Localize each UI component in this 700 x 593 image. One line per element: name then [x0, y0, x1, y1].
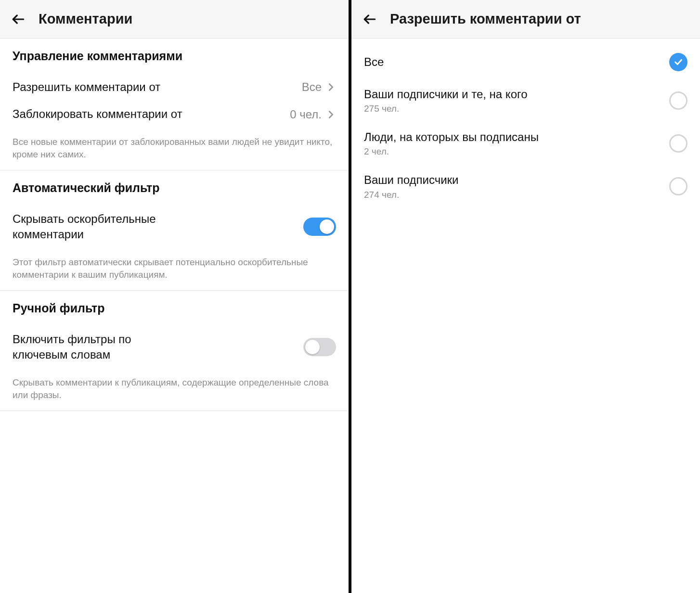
row-label: Заблокировать комментарии от	[13, 106, 182, 122]
row-label: Включить фильтры по ключевым словам	[13, 332, 186, 363]
toggle-knob	[305, 340, 320, 354]
row-keyword-filter: Включить фильтры по ключевым словам	[13, 326, 336, 369]
option-everyone[interactable]: Все	[364, 45, 687, 79]
option-label: Все	[364, 54, 384, 69]
toggle-keyword-filter[interactable]	[303, 338, 336, 356]
section-auto-filter: Автоматический фильтр Скрывать оскорбите…	[0, 170, 349, 291]
option-your-followers[interactable]: Ваши подписчики 274 чел.	[364, 165, 687, 207]
row-label: Скрывать оскорбительные комментарии	[13, 211, 186, 243]
section-comment-controls: Управление комментариями Разрешить комме…	[0, 39, 349, 170]
option-text: Ваши подписчики 274 чел.	[364, 172, 458, 200]
header-left: Комментарии	[0, 0, 349, 39]
option-text: Все	[364, 54, 384, 69]
header-right: Разрешить комментарии от	[351, 0, 700, 39]
back-icon[interactable]	[9, 10, 28, 29]
chevron-right-icon	[325, 109, 336, 120]
chevron-right-icon	[325, 82, 336, 92]
section-title-controls: Управление комментариями	[13, 49, 336, 63]
options-list: Все Ваши подписчики и те, на кого 275 че…	[351, 39, 700, 215]
page-title-left: Комментарии	[39, 11, 132, 27]
option-label: Люди, на которых вы подписаны	[364, 129, 539, 144]
row-block-comments-from[interactable]: Заблокировать комментарии от 0 чел.	[13, 101, 336, 128]
radio-unchecked-icon	[669, 134, 687, 153]
option-label: Ваши подписчики и те, на кого	[364, 87, 528, 102]
section-description: Скрывать комментарии к публикациям, соде…	[13, 376, 336, 402]
radio-checked-icon	[669, 53, 687, 71]
row-label: Разрешить комментарии от	[13, 79, 160, 95]
section-description: Этот фильтр автоматически скрывает потен…	[13, 256, 336, 282]
radio-unchecked-icon	[669, 91, 687, 110]
section-title-manual-filter: Ручной фильтр	[13, 301, 336, 315]
back-icon[interactable]	[360, 10, 379, 29]
option-followers-and-following[interactable]: Ваши подписчики и те, на кого 275 чел.	[364, 79, 687, 122]
row-value: Все	[302, 80, 322, 94]
row-value: 0 чел.	[290, 108, 322, 121]
option-label: Ваши подписчики	[364, 172, 458, 187]
two-pane-layout: Комментарии Управление комментариями Раз…	[0, 0, 700, 593]
comments-settings-pane: Комментарии Управление комментариями Раз…	[0, 0, 349, 593]
option-people-you-follow[interactable]: Люди, на которых вы подписаны 2 чел.	[364, 122, 687, 165]
row-hide-offensive: Скрывать оскорбительные комментарии	[13, 206, 336, 248]
allow-comments-from-pane: Разрешить комментарии от Все Ваши подпис…	[351, 0, 700, 593]
row-value-wrap: 0 чел.	[290, 108, 336, 121]
row-allow-comments-from[interactable]: Разрешить комментарии от Все	[13, 74, 336, 101]
option-text: Ваши подписчики и те, на кого 275 чел.	[364, 87, 528, 114]
option-sublabel: 2 чел.	[364, 146, 539, 157]
section-manual-filter: Ручной фильтр Включить фильтры по ключев…	[0, 291, 349, 411]
page-title-right: Разрешить комментарии от	[390, 11, 581, 27]
row-value-wrap: Все	[302, 80, 336, 94]
option-sublabel: 275 чел.	[364, 103, 528, 114]
section-title-auto-filter: Автоматический фильтр	[13, 181, 336, 195]
toggle-knob	[320, 219, 334, 234]
option-sublabel: 274 чел.	[364, 190, 458, 200]
section-description: Все новые комментарии от заблокированных…	[13, 136, 336, 161]
toggle-hide-offensive[interactable]	[303, 218, 336, 236]
option-text: Люди, на которых вы подписаны 2 чел.	[364, 129, 539, 157]
radio-unchecked-icon	[669, 177, 687, 195]
